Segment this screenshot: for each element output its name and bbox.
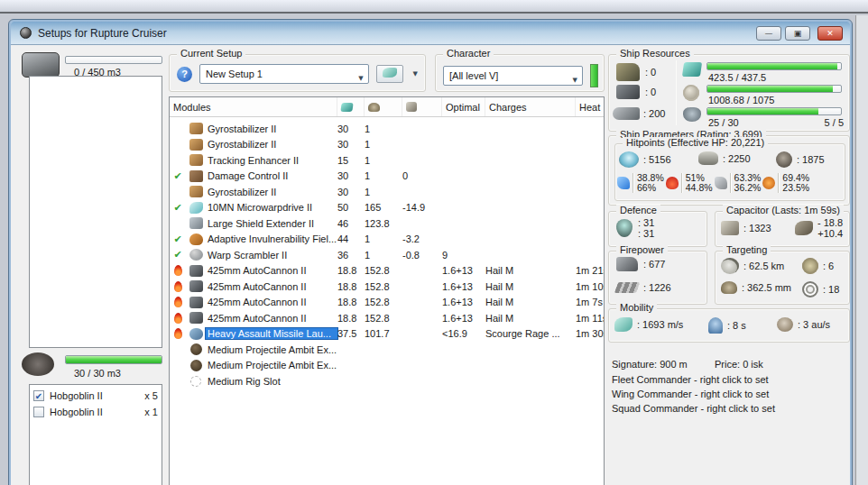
active-check-icon [170, 247, 186, 263]
drone-checkbox[interactable] [33, 390, 44, 401]
shield-hp-value: : 5156 [643, 154, 671, 165]
module-cpu: 18.8 [337, 297, 365, 307]
drone-list-item[interactable]: Hobgoblin II x 5 [30, 388, 162, 404]
powergrid-bar [706, 85, 842, 93]
module-row-selected[interactable]: Heavy Assault Missile Lau... 37.5 101.7 … [170, 326, 604, 343]
module-powergrid: 1 [365, 250, 402, 261]
armor-hp-icon [698, 151, 718, 165]
module-name: Warp Scrambler II [206, 250, 337, 261]
missile-launcher-icon [186, 326, 206, 343]
charges-column-header[interactable]: Charges [485, 97, 576, 116]
module-row[interactable]: Large Shield Extender II 46 123.8 [170, 215, 604, 232]
capacitor-recharge-value: +10.4 [817, 228, 843, 239]
warp-scrambler-icon [186, 247, 206, 263]
cpu-column-header[interactable] [337, 97, 365, 116]
module-powergrid: 152.8 [365, 297, 402, 307]
max-velocity-value: : 1693 m/s [637, 319, 683, 330]
modules-table: Modules Optimal Charges Heat Gyrostabili… [169, 96, 605, 485]
close-button[interactable]: ✕ [817, 26, 843, 41]
wing-commander-text[interactable]: Wing Commander - right click to set [612, 389, 769, 399]
optimal-column-header[interactable]: Optimal [442, 97, 485, 116]
module-name: 425mm AutoCannon II [206, 265, 337, 276]
module-row[interactable]: Medium Projectile Ambit Ex... [170, 358, 604, 374]
modules-column-header[interactable]: Modules [170, 97, 337, 116]
squad-commander-text[interactable]: Squad Commander - right click to set [612, 403, 775, 414]
ship-resources-label: Ship Resources [616, 48, 694, 59]
setup-tools-button[interactable] [376, 65, 403, 83]
drone-quantity: x 1 [144, 407, 158, 417]
capacitor-column-header[interactable] [402, 97, 442, 116]
scan-resolution-icon [802, 281, 818, 297]
module-row[interactable]: Gyrostabilizer II 30 1 [170, 121, 604, 137]
overheat-flame-icon [170, 279, 186, 295]
targeting-range-value: : 62.5 km [743, 261, 784, 271]
drone-list[interactable]: Hobgoblin II x 5 Hobgoblin II x 1 [29, 384, 162, 485]
setup-tools-dropdown-icon[interactable]: ▼ [411, 70, 420, 78]
module-row[interactable]: 425mm AutoCannon II 18.8 152.8 1.6+13 Ha… [170, 279, 604, 295]
heat-column-header[interactable]: Heat [576, 97, 604, 116]
character-select[interactable]: [All level V] [443, 66, 583, 86]
module-row[interactable]: Adaptive Invulnerability Fiel... 44 1 -3… [170, 232, 604, 248]
signature-text: Signature: 900 m [612, 359, 688, 370]
setup-select[interactable]: New Setup 1 [199, 64, 369, 84]
drone-resource-icon [683, 107, 701, 122]
fleet-commander-text[interactable]: Fleet Commander - right click to set [612, 374, 769, 385]
capacitor-label: Capacitor (Lasts: 1m 59s) [723, 205, 844, 215]
module-row[interactable]: 425mm AutoCannon II 18.8 152.8 1.6+13 Ha… [170, 295, 604, 311]
module-row[interactable]: Damage Control II 30 1 0 [170, 169, 604, 185]
drone-list-item[interactable]: Hobgoblin II x 1 [30, 404, 162, 420]
resist-separator [778, 173, 780, 193]
warp-speed-value: : 3 au/s [798, 319, 830, 330]
module-name: 425mm AutoCannon II [206, 297, 337, 307]
module-heat: 1m 11s [576, 313, 604, 324]
module-cpu: 46 [337, 218, 365, 229]
module-row[interactable]: Gyrostabilizer II 30 1 [170, 137, 604, 153]
gyrostabilizer-icon [186, 121, 206, 137]
drone-bandwidth-bar [706, 107, 842, 115]
module-cap: -14.9 [402, 202, 442, 213]
module-row[interactable]: 425mm AutoCannon II 18.8 152.8 1.6+13 Ha… [170, 310, 604, 326]
module-name: Tracking Enhancer II [206, 155, 337, 166]
drone-bay-icon [22, 352, 54, 376]
help-icon[interactable]: ? [177, 67, 192, 82]
module-cpu: 18.8 [337, 313, 365, 324]
module-row[interactable]: Gyrostabilizer II 30 1 [170, 184, 604, 200]
cargo-list[interactable] [29, 76, 162, 348]
module-powergrid: 1 [365, 233, 402, 244]
current-setup-label: Current Setup [177, 48, 245, 59]
module-row[interactable]: 425mm AutoCannon II 18.8 152.8 1.6+13 Ha… [170, 263, 604, 279]
restore-button[interactable]: ▣ [785, 26, 810, 41]
cpu-resource-icon [682, 62, 702, 77]
module-cpu: 18.8 [337, 265, 365, 276]
ship-tool-icon [383, 68, 397, 78]
module-optimal: 9 [442, 250, 485, 261]
module-optimal: 1.6+13 [442, 297, 485, 307]
thermal-resist-armor: 44.8% [686, 182, 713, 193]
powergrid-usage-text: 1008.68 / 1075 [708, 95, 774, 105]
module-row[interactable]: Medium Rig Slot [170, 373, 604, 389]
module-heat: 1m 10s [576, 281, 604, 292]
powergrid-column-header[interactable] [365, 97, 402, 116]
setups-window: Setups for Rupture Cruiser — ▣ ✕ 0 / 450… [9, 20, 852, 485]
module-row[interactable]: Tracking Enhancer II 15 1 [170, 152, 604, 169]
module-cap: 0 [402, 170, 442, 181]
module-row[interactable]: Warp Scrambler II 36 1 -0.8 9 [170, 247, 604, 263]
minimize-button[interactable]: — [756, 26, 781, 41]
drone-name: Hobgoblin II [50, 390, 103, 401]
resources-divider [676, 60, 677, 125]
titlebar[interactable]: Setups for Rupture Cruiser — ▣ ✕ [11, 22, 850, 45]
firepower-group: Firepower : 677 : 1226 [608, 251, 707, 305]
defence-group: Defence : 31: 31 [608, 211, 707, 247]
app-icon [20, 27, 32, 39]
module-row[interactable]: 10MN Microwarpdrive II 50 165 -14.9 [170, 200, 604, 216]
hull-hp-value: : 1875 [797, 154, 825, 165]
module-row[interactable]: Medium Projectile Ambit Ex... [170, 342, 604, 358]
overheat-flame-icon [170, 310, 186, 326]
module-charges: Hail M [485, 265, 576, 276]
resist-separator [730, 173, 732, 193]
overheat-flame-icon [170, 263, 186, 279]
targeting-group: Targeting : 62.5 km : 6 : 362.5 mm : 18 [715, 251, 850, 305]
drone-checkbox[interactable] [33, 407, 44, 417]
em-resist-armor: 66% [637, 182, 656, 193]
module-name: Gyrostabilizer II [206, 139, 337, 150]
